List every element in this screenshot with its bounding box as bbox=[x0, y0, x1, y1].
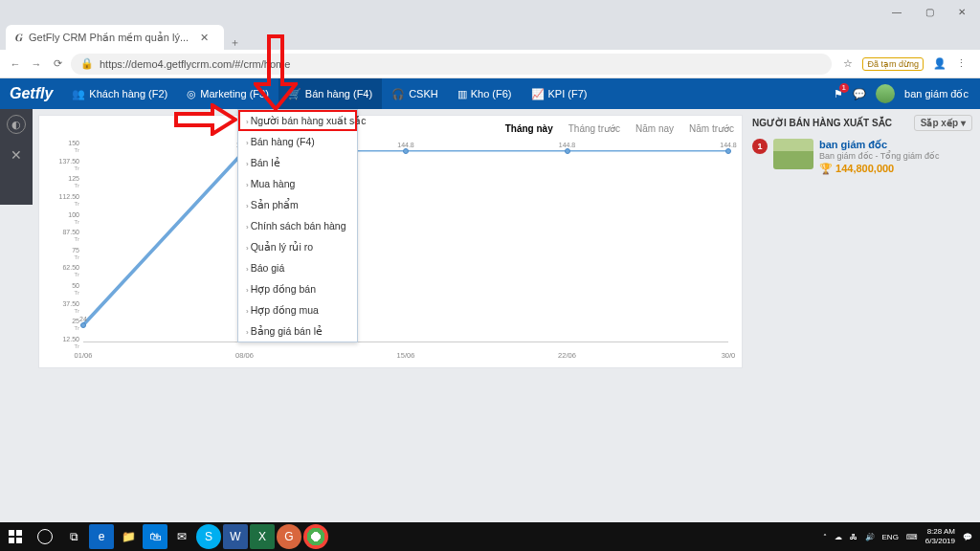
tray-up-icon[interactable]: ˄ bbox=[823, 533, 827, 541]
url-text: https://demo4.getflycrm.com/#/crm/home bbox=[100, 58, 290, 70]
seller-image bbox=[773, 139, 813, 169]
nav-inventory[interactable]: ▥ Kho (F6) bbox=[448, 78, 522, 109]
dd-policy[interactable]: ›Chính sách bán hàng bbox=[238, 215, 357, 236]
browser-tab[interactable]: 𝑮 GetFly CRM Phần mềm quản lý... ✕ bbox=[6, 25, 224, 50]
tab-this-year[interactable]: Năm nay bbox=[635, 123, 674, 134]
app-nav: Getfly 👥 Khách hàng (F2) ◎ Marketing (F3… bbox=[0, 78, 980, 109]
browser-tabs: 𝑮 GetFly CRM Phần mềm quản lý... ✕ ＋ bbox=[0, 23, 980, 50]
y-tick: 150Tr bbox=[47, 140, 79, 146]
maximize-button[interactable]: ▢ bbox=[913, 7, 946, 17]
back-icon[interactable]: ← bbox=[8, 58, 23, 70]
svg-rect-0 bbox=[9, 530, 14, 536]
dd-sales[interactable]: ›Bán hàng (F4) bbox=[238, 131, 357, 152]
ime-icon[interactable]: ⌨ bbox=[906, 533, 918, 541]
chart-point bbox=[403, 148, 409, 154]
nav-customers[interactable]: 👥 Khách hàng (F2) bbox=[62, 78, 177, 109]
mail-icon[interactable]: ✉ bbox=[169, 524, 194, 549]
dd-product[interactable]: ›Sản phẩm bbox=[238, 194, 357, 215]
dd-retail[interactable]: ›Bán lẻ bbox=[238, 152, 357, 173]
rank-badge: 1 bbox=[752, 139, 768, 154]
svg-rect-2 bbox=[9, 538, 14, 543]
nav-support[interactable]: 🎧 CSKH bbox=[382, 78, 448, 109]
tab-last-month[interactable]: Tháng trước bbox=[568, 123, 620, 134]
chat-icon[interactable]: 💬 bbox=[853, 88, 866, 100]
edge-icon[interactable]: e bbox=[89, 524, 114, 549]
dd-top-seller[interactable]: ›Người bán hàng xuất sắc bbox=[238, 110, 357, 131]
dd-contract-buy[interactable]: ›Hợp đồng mua bbox=[238, 299, 357, 320]
chart-point bbox=[80, 322, 86, 328]
clock[interactable]: 8:28 AM 6/3/2019 bbox=[925, 527, 955, 546]
dd-risk[interactable]: ›Quản lý rủi ro bbox=[238, 236, 357, 257]
app-logo[interactable]: Getfly bbox=[0, 85, 62, 102]
flag-icon[interactable]: ⚑ bbox=[834, 88, 843, 100]
content: Tháng này Tháng trước Năm nay Năm trước … bbox=[38, 115, 972, 368]
tab-favicon: 𝑮 bbox=[15, 32, 23, 44]
chart-point bbox=[565, 148, 570, 154]
system-tray[interactable]: ˄ ☁ 🖧 🔊 ENG ⌨ 8:28 AM 6/3/2019 💬 bbox=[823, 527, 980, 546]
seller-value: 🏆 144,800,000 bbox=[819, 163, 939, 175]
sort-button[interactable]: Sắp xếp ▾ bbox=[914, 115, 972, 131]
nav-label: Kho (F6) bbox=[471, 88, 512, 99]
start-button[interactable] bbox=[0, 522, 31, 551]
x-tick: 22/06 bbox=[558, 351, 576, 360]
branch-icon[interactable]: ✕ bbox=[7, 145, 26, 165]
reload-icon[interactable]: ⟳ bbox=[50, 57, 65, 70]
avatar[interactable] bbox=[876, 84, 895, 103]
panel-title: NGƯỜI BÁN HÀNG XUẤT SẮC bbox=[752, 118, 892, 128]
cart-icon: 🛒 bbox=[288, 88, 301, 100]
url-input[interactable]: 🔒 https://demo4.getflycrm.com/#/crm/home bbox=[71, 54, 832, 75]
y-tick: 112.50Tr bbox=[47, 193, 79, 200]
chrome-icon[interactable] bbox=[303, 524, 328, 549]
tab-last-year[interactable]: Năm trước bbox=[689, 123, 734, 134]
y-tick: 87.50Tr bbox=[47, 229, 79, 235]
tab-close-icon[interactable]: ✕ bbox=[194, 32, 214, 44]
cortana-icon[interactable] bbox=[31, 522, 59, 551]
network-icon[interactable]: 🖧 bbox=[850, 533, 858, 541]
seller-row[interactable]: 1 ban giám đốc Ban giám đốc - Tổng giám … bbox=[752, 139, 972, 175]
minimize-button[interactable]: — bbox=[880, 7, 913, 17]
excel-icon[interactable]: X bbox=[250, 524, 275, 549]
forward-icon[interactable]: → bbox=[29, 58, 44, 70]
paused-pill[interactable]: Đã tạm dừng bbox=[862, 57, 924, 71]
notification-icon[interactable]: 💬 bbox=[963, 533, 972, 541]
onedrive-icon[interactable]: ☁ bbox=[835, 533, 842, 541]
new-tab-button[interactable]: ＋ bbox=[224, 35, 246, 50]
menu-icon[interactable]: ⋮ bbox=[956, 57, 967, 71]
chart-point-label: 144.8 bbox=[559, 142, 576, 148]
line-chart-svg bbox=[83, 143, 728, 342]
nav-marketing[interactable]: ◎ Marketing (F3) bbox=[177, 78, 278, 109]
star-icon[interactable]: ☆ bbox=[843, 57, 853, 71]
nav-label: KPI (F7) bbox=[548, 88, 588, 99]
dd-contract-sell[interactable]: ›Hợp đồng bán bbox=[238, 278, 357, 299]
dd-quote[interactable]: ›Báo giá bbox=[238, 257, 357, 278]
task-view-icon[interactable]: ⧉ bbox=[59, 522, 88, 551]
user-name[interactable]: ban giám đốc bbox=[904, 88, 969, 100]
word-icon[interactable]: W bbox=[223, 524, 248, 549]
nav-label: CSKH bbox=[409, 88, 438, 99]
skype-icon[interactable]: S bbox=[196, 524, 221, 549]
svg-rect-1 bbox=[16, 530, 22, 536]
explorer-icon[interactable]: 📁 bbox=[116, 524, 141, 549]
shelf-icon: ▥ bbox=[457, 88, 467, 100]
y-tick: 25Tr bbox=[47, 318, 79, 324]
dd-pricelist[interactable]: ›Bảng giá bán lẻ bbox=[238, 320, 357, 342]
store-icon[interactable]: 🛍 bbox=[143, 524, 167, 549]
profile-circle-icon[interactable]: ◐ bbox=[7, 115, 26, 134]
tab-this-month[interactable]: Tháng này bbox=[505, 123, 553, 134]
seller-name: ban giám đốc bbox=[819, 139, 939, 151]
lang-indicator[interactable]: ENG bbox=[882, 533, 899, 541]
volume-icon[interactable]: 🔊 bbox=[865, 533, 875, 541]
dd-purchase[interactable]: ›Mua hàng bbox=[238, 173, 357, 194]
chart-area: 150Tr137.50Tr125Tr112.50Tr100Tr87.50Tr75… bbox=[47, 140, 734, 360]
y-tick: 100Tr bbox=[47, 211, 79, 218]
y-tick: 12.50Tr bbox=[47, 336, 79, 342]
chart-point-label: 144.8 bbox=[397, 142, 414, 148]
close-button[interactable]: ✕ bbox=[946, 7, 978, 17]
chart-point bbox=[725, 148, 731, 154]
profile-icon[interactable]: 👤 bbox=[933, 57, 947, 71]
nav-sales[interactable]: 🛒 Bán hàng (F4) bbox=[278, 78, 382, 109]
nav-kpi[interactable]: 📈 KPI (F7) bbox=[522, 78, 597, 109]
y-tick: 125Tr bbox=[47, 175, 79, 182]
uc-icon[interactable]: G bbox=[277, 524, 301, 549]
target-icon: ◎ bbox=[187, 88, 196, 100]
